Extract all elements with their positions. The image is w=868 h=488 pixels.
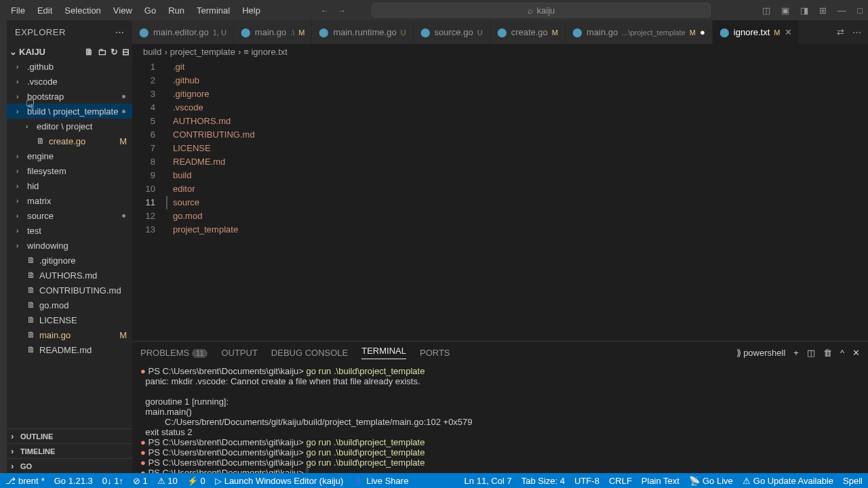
tree-item-main-go[interactable]: 🗎main.goM [7, 327, 132, 342]
tree-item-windowing[interactable]: ›windowing [7, 238, 132, 253]
panel-tab-ports[interactable]: PORTS [420, 348, 450, 358]
tree-item-source[interactable]: ›source [7, 208, 132, 223]
tab-create-go[interactable]: ⬤create.goM [490, 20, 566, 44]
spell-check[interactable]: Spell [843, 476, 863, 486]
port-status[interactable]: ⚡ 0 [187, 476, 205, 486]
tree-item-test[interactable]: ›test [7, 223, 132, 238]
tab-main-go[interactable]: ⬤main.go.\M [234, 20, 313, 44]
menu-view[interactable]: View [108, 3, 138, 18]
tree-item-hid[interactable]: ›hid [7, 178, 132, 193]
diff-icon[interactable]: ⇄ [837, 27, 844, 37]
trash-icon[interactable]: 🗑 [823, 348, 832, 358]
go-live[interactable]: 📡 Go Live [689, 476, 733, 486]
panel: PROBLEMS11OUTPUTDEBUG CONSOLETERMINALPOR… [132, 341, 868, 473]
tree-item-filesystem[interactable]: ›filesystem [7, 163, 132, 178]
encoding[interactable]: UTF-8 [574, 476, 599, 486]
menu-run[interactable]: Run [163, 3, 190, 18]
tree-item-authors-md[interactable]: 🗎AUTHORS.md [7, 268, 132, 283]
project-name: Kaiju [19, 47, 45, 57]
sidebar: Explorer ⋯ ⌄ Kaiju 🗎 🗀 ↻ ⊟ ›.github›.vsc… [7, 20, 132, 473]
menu-go[interactable]: Go [139, 3, 161, 18]
project-header[interactable]: ⌄ Kaiju 🗎 🗀 ↻ ⊟ [7, 44, 132, 59]
command-center[interactable]: ⌕ kaiju [372, 3, 711, 18]
language-mode[interactable]: Plain Text [642, 476, 679, 486]
editor-tabs: ⬤main.editor.go1, U⬤main.go.\M⬤main.runt… [132, 20, 868, 44]
explorer-label: Explorer [15, 27, 66, 37]
collapse-icon[interactable]: ⊟ [122, 47, 130, 57]
tree-item-matrix[interactable]: ›matrix [7, 193, 132, 208]
nav-arrows: ← → [320, 5, 346, 16]
new-file-icon[interactable]: 🗎 [85, 47, 94, 57]
go-version[interactable]: Go 1.21.3 [54, 476, 93, 486]
new-folder-icon[interactable]: 🗀 [98, 47, 106, 57]
tab-main-go[interactable]: ⬤main.go...\project_templateM● [566, 20, 713, 44]
menu-help[interactable]: Help [237, 3, 266, 18]
minimize-icon[interactable]: — [837, 5, 846, 16]
more-icon[interactable]: ⋯ [852, 27, 861, 37]
line-numbers: 12345678910111213 [132, 59, 166, 341]
eol[interactable]: CRLF [609, 476, 632, 486]
menu-file[interactable]: File [5, 3, 31, 18]
search-text: kaiju [537, 5, 555, 16]
editor[interactable]: 12345678910111213 .git.github.gitignore.… [132, 59, 868, 341]
branch-status[interactable]: ⎇ brent* [5, 476, 45, 486]
warnings-status[interactable]: ⚠ 10 [157, 476, 178, 486]
tree-item-go-mod[interactable]: 🗎go.mod [7, 298, 132, 312]
launch-config[interactable]: ▷ Launch Windows Editor (kaiju) [215, 476, 344, 486]
tree-item--gitignore[interactable]: 🗎.gitignore [7, 253, 132, 268]
go-update[interactable]: ⚠ Go Update Available [743, 476, 833, 486]
tree-item-license[interactable]: 🗎LICENSE [7, 312, 132, 327]
panel-tab-problems[interactable]: PROBLEMS11 [140, 348, 208, 358]
tab-size[interactable]: Tab Size: 4 [521, 476, 565, 486]
sync-status[interactable]: 0↓ 1↑ [102, 476, 123, 486]
menu-selection[interactable]: Selection [59, 3, 106, 18]
shell-icon[interactable]: ⟫ powershell [736, 348, 786, 358]
refresh-icon[interactable]: ↻ [111, 47, 118, 57]
tab-main-runtime-go[interactable]: ⬤main.runtime.goU [312, 20, 413, 44]
tab-source-go[interactable]: ⬤source.goU [414, 20, 490, 44]
tab-ignore-txt[interactable]: ⬤ignore.txtM✕ [713, 20, 800, 44]
menu-edit[interactable]: Edit [32, 3, 58, 18]
tree-item-build---project_template[interactable]: ›build \ project_template [7, 104, 132, 119]
search-icon: ⌕ [528, 5, 533, 16]
split-icon[interactable]: ◫ [807, 348, 815, 358]
layout-icon[interactable]: ◫ [762, 5, 770, 16]
terminal-content[interactable]: ● PS C:\Users\brent\Documents\git\kaiju>… [132, 363, 868, 473]
tree-item--github[interactable]: ›.github [7, 59, 132, 74]
more-icon[interactable]: ⋯ [115, 27, 125, 37]
panel-tab-terminal[interactable]: TERMINAL [361, 346, 406, 359]
errors-status[interactable]: ⊘ 1 [133, 476, 148, 486]
add-terminal-icon[interactable]: + [793, 348, 799, 358]
panel-tab-debug-console[interactable]: DEBUG CONSOLE [271, 348, 348, 358]
tree-item-editor---project[interactable]: ›editor \ project [7, 119, 132, 134]
panel-icon[interactable]: ▣ [781, 5, 789, 16]
sidebar-icon[interactable]: ◨ [800, 5, 808, 16]
breadcrumb[interactable]: build›project_template›≡ ignore.txt [132, 44, 868, 59]
maximize-panel-icon[interactable]: ^ [840, 348, 844, 358]
customize-icon[interactable]: ⊞ [819, 5, 827, 16]
tab-main-editor-go[interactable]: ⬤main.editor.go1, U [132, 20, 234, 44]
tree-item--vscode[interactable]: ›.vscode [7, 74, 132, 89]
cursor-position[interactable]: Ln 11, Col 7 [465, 476, 512, 486]
menu-terminal[interactable]: Terminal [191, 3, 235, 18]
back-icon[interactable]: ← [320, 5, 329, 16]
explorer-header: Explorer ⋯ [7, 20, 132, 44]
maximize-icon[interactable]: □ [857, 5, 863, 16]
close-panel-icon[interactable]: ✕ [852, 348, 860, 358]
section-timeline[interactable]: ›TIMELINE [7, 443, 132, 458]
panel-tab-output[interactable]: OUTPUT [221, 348, 257, 358]
code-content[interactable]: .git.github.gitignore.vscodeAUTHORS.mdCO… [166, 59, 868, 341]
section-outline[interactable]: ›OUTLINE [7, 428, 132, 443]
tree-item-engine[interactable]: ›engine [7, 148, 132, 163]
tree-item-contributing-md[interactable]: 🗎CONTRIBUTING.md [7, 283, 132, 298]
tree-item-create-go[interactable]: 🗎create.goM [7, 134, 132, 148]
activity-bar[interactable] [0, 20, 7, 473]
menu-bar: FileEditSelectionViewGoRunTerminalHelp [5, 3, 266, 18]
section-go[interactable]: ›GO [7, 458, 132, 473]
tree-item-bootstrap[interactable]: ›bootstrap [7, 89, 132, 104]
tree-item-readme-md[interactable]: 🗎README.md [7, 342, 132, 357]
live-share[interactable]: 👤 Live Share [353, 476, 408, 486]
file-tree: ›.github›.vscode›bootstrap›build \ proje… [7, 59, 132, 428]
forward-icon[interactable]: → [337, 5, 346, 16]
title-bar: FileEditSelectionViewGoRunTerminalHelp ←… [0, 0, 868, 20]
